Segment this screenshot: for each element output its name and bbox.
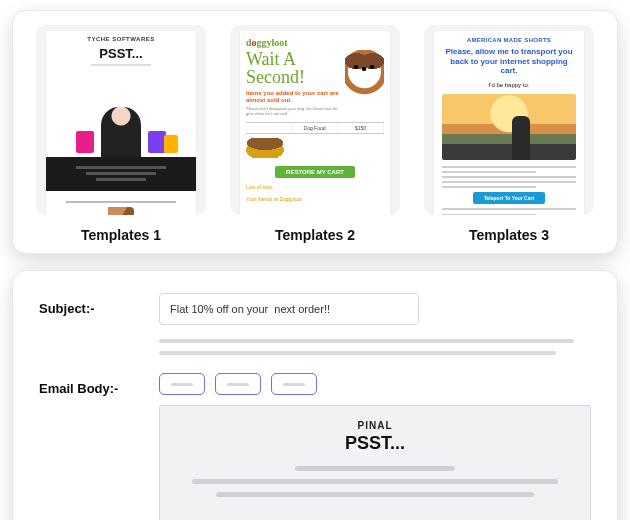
t1-headline: PSST... [46, 46, 196, 61]
toolbar-button-2[interactable] [215, 373, 261, 395]
template-2-caption: Templates 2 [275, 227, 355, 243]
template-1-thumb: TYCHE SOFTWARES PSST... [36, 25, 206, 215]
t2-restore-button: RESTORE MY CART [275, 166, 355, 178]
canvas-brand: PINAL [176, 420, 574, 431]
template-2[interactable]: doggyloot Wait A Second! Items you added… [227, 25, 403, 243]
editor-card: Subject:- Email Body:- PINAL PSST... [12, 270, 618, 520]
t2-logo: doggyloot [246, 37, 384, 48]
template-2-thumb: doggyloot Wait A Second! Items you added… [230, 25, 400, 215]
subject-input[interactable] [159, 293, 419, 325]
templates-card: TYCHE SOFTWARES PSST... [12, 10, 618, 254]
t2-wait: Wait A Second! [246, 50, 302, 86]
dog-image [345, 50, 384, 112]
t3-cta: Teleport To Your Cart [473, 192, 545, 204]
subject-label: Subject:- [39, 293, 159, 316]
template-3-thumb: AMERICAN MADE SHORTS Please, allow me to… [424, 25, 594, 215]
bowl-image [246, 138, 284, 158]
t3-hero-image [442, 94, 576, 160]
editor-toolbar [159, 373, 591, 395]
toolbar-button-3[interactable] [271, 373, 317, 395]
subject-row: Subject:- [39, 293, 591, 367]
body-row: Email Body:- PINAL PSST... [39, 373, 591, 520]
t1-brand: TYCHE SOFTWARES [46, 36, 196, 42]
t3-headline: Please, allow me to transport you back t… [442, 47, 576, 76]
toolbar-button-1[interactable] [159, 373, 205, 395]
t3-sub: I'd be happy to. [442, 82, 576, 88]
t2-red: Items you added to your cart are almost … [246, 90, 341, 104]
template-1[interactable]: TYCHE SOFTWARES PSST... [33, 25, 209, 243]
t2-sig1: Lots of licks, [246, 184, 384, 190]
t3-brand: AMERICAN MADE SHORTS [442, 37, 576, 43]
canvas-headline: PSST... [176, 433, 574, 454]
t2-table: Dog Food $150 [246, 122, 384, 134]
email-body-canvas[interactable]: PINAL PSST... [159, 405, 591, 520]
template-3-caption: Templates 3 [469, 227, 549, 243]
t2-tiny: Please don't disappoint your dog. You kn… [246, 106, 341, 116]
templates-row: TYCHE SOFTWARES PSST... [33, 25, 597, 243]
body-label: Email Body:- [39, 373, 159, 396]
template-3[interactable]: AMERICAN MADE SHORTS Please, allow me to… [421, 25, 597, 243]
template-1-caption: Templates 1 [81, 227, 161, 243]
subject-ghost-lines [159, 339, 591, 355]
t2-sig2: Your friends at Doggyloot [246, 196, 384, 202]
